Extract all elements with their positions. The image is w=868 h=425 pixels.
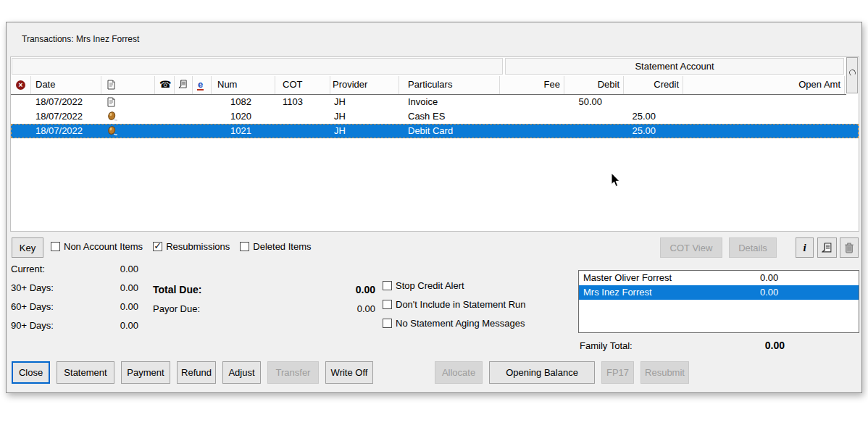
coin-icon [107,111,118,122]
cell-provider: JH [330,109,399,124]
transfer-button[interactable]: Transfer [267,361,319,384]
payor-due-label: Payor Due: [153,303,200,314]
aging-label-90: 90+ Days: [11,320,54,331]
family-total-value: 0.00 [712,340,785,351]
column-credit[interactable]: Credit [624,76,683,94]
table-row[interactable]: 18/07/2022 1020 JH Cash ES 25.00 [11,109,859,124]
cell-particulars: Invoice [399,95,500,109]
column-date[interactable]: Date [31,76,101,94]
aging-value-current: 0.00 [80,264,138,274]
total-due-label: Total Due: [153,284,201,295]
column-header-row: × Date ☎ e Num COT Provider Particulars … [11,76,846,95]
list-item-selected[interactable]: Mrs Inez Forrest 0.00 [579,285,859,300]
details-button[interactable]: Details [729,237,777,258]
column-debit[interactable]: Debit [564,76,624,94]
group-header-blank [12,58,503,75]
cell-particulars: Cash ES [399,109,500,124]
checkbox-resubmissions[interactable]: Resubmissions [153,241,230,252]
checkbox-box [240,242,249,251]
key-button[interactable]: Key [12,237,43,258]
print-button[interactable] [817,237,837,258]
member-amount: 0.00 [760,271,778,285]
checkbox-stop-credit-alert[interactable]: Stop Credit Alert [383,280,464,291]
cell-date: 18/07/2022 [31,124,101,138]
cell-date: 18/07/2022 [31,95,101,109]
cell-debit [564,109,624,124]
table-row-selected[interactable]: 18/07/2022 1021 JH Debit Card 25.00 [11,124,859,138]
allocate-button[interactable]: Allocate [435,361,483,384]
column-cot[interactable]: COT [275,76,330,94]
member-name: Mrs Inez Forrest [583,285,652,300]
aging-value-90: 0.00 [80,320,138,331]
column-document[interactable] [101,76,155,94]
print-icon [178,80,188,89]
cell-num: 1020 [212,109,275,124]
cell-cot [275,124,330,138]
filter-checkboxes: Non Account Items Resubmissions Deleted … [51,241,311,252]
column-open-amt[interactable]: Open Amt [683,76,845,94]
cell-fee [500,95,564,109]
column-recall[interactable]: × [11,76,31,94]
delete-button[interactable] [840,237,859,258]
column-print[interactable] [175,76,193,94]
cell-credit [624,95,683,109]
write-off-button[interactable]: Write Off [325,361,373,384]
payment-button[interactable]: Payment [121,361,170,384]
member-amount: 0.00 [760,285,778,300]
cell-open-amt [683,95,845,109]
fp17-button[interactable]: FP17 [601,361,634,384]
cell-date: 18/07/2022 [31,109,101,124]
cell-cot [275,109,330,124]
checkbox-box [383,300,392,309]
aging-label-current: Current: [11,264,45,274]
family-member-list: Master Oliver Forrest 0.00 Mrs Inez Forr… [578,270,859,333]
opening-balance-button[interactable]: Opening Balance [489,361,595,384]
cell-debit: 50.00 [564,95,624,109]
print-icon [822,243,832,253]
column-provider[interactable]: Provider [330,76,399,94]
info-button[interactable]: i [796,237,814,258]
cell-open-amt [683,124,845,138]
refund-button[interactable]: Refund [177,361,216,384]
checkbox-deleted-items[interactable]: Deleted Items [240,241,311,252]
payor-due-value: 0.00 [282,303,375,314]
grid-scroll-strip[interactable] [846,57,858,93]
transaction-grid: Statement Account × Date ☎ e Num COT Pro… [10,56,859,232]
total-due-value: 0.00 [282,284,375,295]
group-header-statement-account: Statement Account [505,58,844,75]
table-row[interactable]: 18/07/2022 1082 1103 JH Invoice 50.00 [11,95,859,109]
column-fee[interactable]: Fee [500,76,564,94]
aging-value-30: 0.00 [80,282,138,293]
trash-icon [844,243,854,253]
checkbox-box-checked [153,242,162,251]
column-phone[interactable]: ☎ [155,76,175,94]
cell-credit: 25.00 [624,109,683,124]
transactions-window: Transactions: Mrs Inez Forrest Statement… [6,22,862,393]
column-num[interactable]: Num [212,76,275,94]
cot-view-button[interactable]: COT View [660,237,722,258]
grid-rows: 18/07/2022 1082 1103 JH Invoice 50.00 18… [11,95,859,138]
checkbox-box [51,242,60,251]
column-particulars[interactable]: Particulars [399,76,500,94]
document-icon [107,97,115,107]
checkbox-box [383,281,392,290]
cell-num: 1082 [212,95,275,109]
resubmit-button[interactable]: Resubmit [640,361,689,384]
cell-cot: 1103 [275,95,330,109]
close-button[interactable]: Close [12,361,50,384]
cell-fee [500,109,564,124]
email-icon: e [197,80,204,91]
cell-fee [500,124,564,138]
cell-provider: JH [330,95,399,109]
aging-value-60: 0.00 [80,301,138,312]
cell-debit [564,124,624,138]
recall-icon: × [16,80,25,90]
column-email[interactable]: e [193,76,212,94]
checkbox-dont-include-statement-run[interactable]: Don't Include in Statement Run [383,299,526,310]
checkbox-no-statement-aging-messages[interactable]: No Statement Aging Messages [383,318,525,329]
adjust-button[interactable]: Adjust [222,361,261,384]
document-icon [107,80,115,90]
statement-button[interactable]: Statement [57,361,114,384]
list-item[interactable]: Master Oliver Forrest 0.00 [579,271,859,285]
checkbox-non-account-items[interactable]: Non Account Items [51,241,143,252]
